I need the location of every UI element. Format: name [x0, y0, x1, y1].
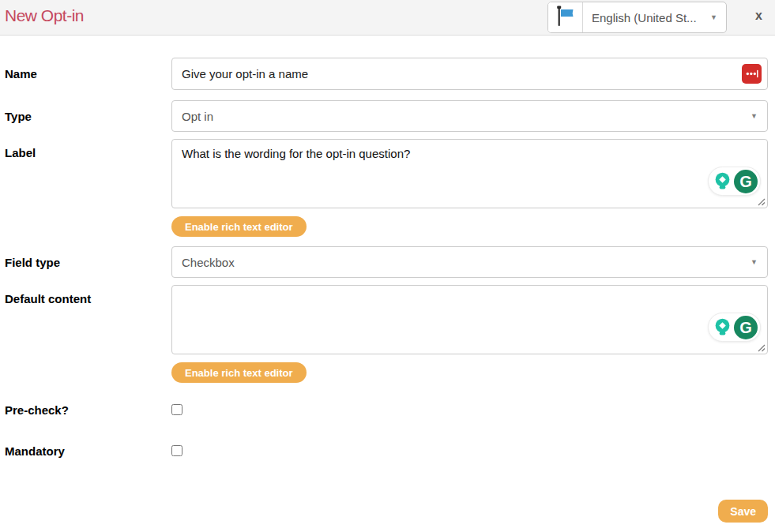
grammarly-widget: G	[708, 167, 761, 196]
label-control: What is the wording for the opt-in quest…	[171, 139, 768, 237]
grammarly-widget: G	[708, 313, 761, 342]
default-content-control: G Enable rich text editor	[171, 285, 768, 383]
default-content-textarea[interactable]	[171, 285, 768, 354]
label-label: Label	[5, 139, 171, 237]
grammarly-suggestions-icon[interactable]	[711, 170, 733, 193]
mandatory-control	[171, 445, 768, 456]
default-content-row: Default content G	[5, 285, 768, 383]
pre-check-checkbox[interactable]	[171, 404, 182, 415]
field-type-label: Field type	[5, 256, 171, 269]
language-value: English (United St...	[592, 11, 697, 24]
grammarly-icon[interactable]: G	[734, 316, 758, 339]
save-button[interactable]: Save	[718, 500, 768, 523]
type-label: Type	[5, 110, 171, 123]
pre-check-label: Pre-check?	[5, 403, 171, 417]
opt-in-form: Name Type Opt in ▼	[0, 36, 775, 532]
name-input[interactable]	[171, 58, 768, 90]
pre-check-row: Pre-check?	[5, 403, 768, 416]
label-textarea-wrap: What is the wording for the opt-in quest…	[171, 139, 768, 208]
flag-button[interactable]	[548, 2, 583, 32]
flag-icon	[555, 5, 575, 31]
field-type-row: Field type Checkbox ▼	[5, 246, 768, 278]
enable-rich-text-button-label[interactable]: Enable rich text editor	[171, 216, 307, 237]
field-type-select-value: Checkbox	[182, 256, 235, 269]
field-type-select[interactable]: Checkbox ▼	[171, 246, 768, 278]
name-label: Name	[5, 67, 171, 81]
name-row: Name	[5, 58, 768, 90]
label-textarea[interactable]: What is the wording for the opt-in quest…	[171, 139, 768, 208]
type-control: Opt in ▼	[171, 100, 768, 132]
close-button[interactable]: x	[755, 9, 762, 22]
dialog-title: New Opt-in	[5, 6, 84, 25]
field-type-control: Checkbox ▼	[171, 246, 768, 278]
mandatory-label: Mandatory	[5, 444, 171, 458]
default-content-label: Default content	[5, 285, 171, 383]
dialog-header: New Opt-in English (United St... ▼ x	[0, 0, 775, 36]
grammarly-icon[interactable]: G	[734, 170, 758, 193]
type-select[interactable]: Opt in ▼	[171, 100, 768, 132]
mandatory-row: Mandatory	[5, 444, 768, 457]
language-dropdown[interactable]: English (United St... ▼	[583, 2, 726, 32]
type-select-value: Opt in	[182, 110, 213, 123]
default-content-textarea-wrap: G	[171, 285, 768, 354]
language-selector: English (United St... ▼	[547, 2, 727, 33]
resize-handle-icon[interactable]	[758, 344, 766, 352]
label-row: Label What is the wording for the opt-in…	[5, 139, 768, 237]
resize-handle-icon[interactable]	[758, 198, 766, 206]
lastpass-icon[interactable]	[742, 64, 762, 84]
enable-rich-text-button-default-content[interactable]: Enable rich text editor	[171, 362, 307, 383]
type-row: Type Opt in ▼	[5, 100, 768, 132]
grammarly-suggestions-icon[interactable]	[711, 317, 733, 339]
name-control	[171, 58, 768, 90]
mandatory-checkbox[interactable]	[171, 445, 182, 456]
chevron-down-icon: ▼	[710, 14, 717, 21]
pre-check-control	[171, 404, 768, 415]
chevron-down-icon: ▼	[751, 113, 758, 120]
chevron-down-icon: ▼	[751, 259, 758, 266]
